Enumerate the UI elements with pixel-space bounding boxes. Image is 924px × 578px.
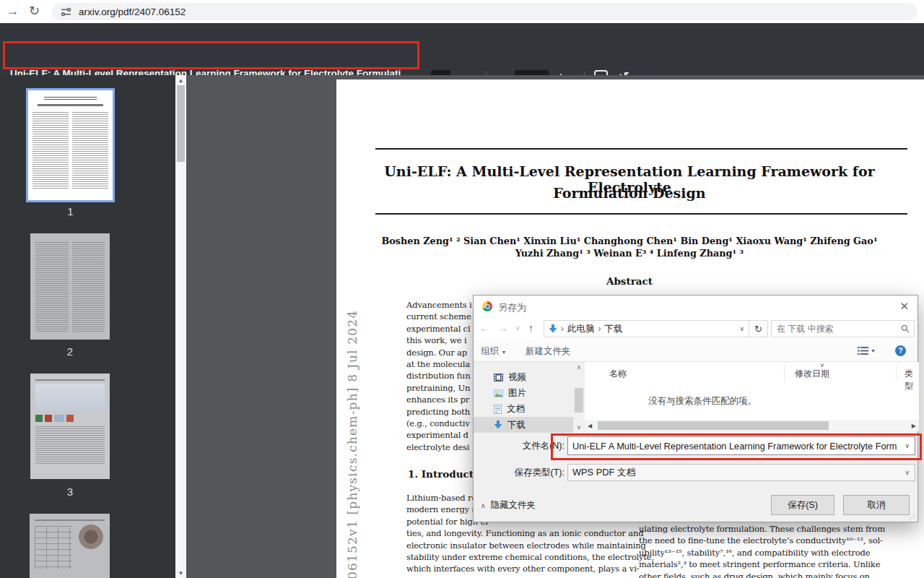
search-input[interactable]	[777, 324, 901, 334]
savetype-label: 保存类型(T):	[502, 467, 565, 479]
scrollbar-thumb[interactable]	[575, 388, 583, 413]
chrome-logo-icon	[482, 301, 492, 311]
thumbnail-page-3[interactable]	[30, 374, 110, 479]
video-icon	[494, 374, 503, 381]
column-header-date[interactable]: 修改日期	[795, 368, 829, 380]
browser-toolbar: → ↻ arxiv.org/pdf/2407.06152	[0, 0, 924, 23]
filename-input[interactable]	[572, 441, 905, 452]
filename-dropdown-icon[interactable]: ∨	[905, 442, 910, 449]
new-folder-button[interactable]: 新建文件夹	[526, 345, 571, 358]
screen: → ↻ arxiv.org/pdf/2407.06152 Uni-ELF: A …	[0, 0, 924, 578]
download-icon	[494, 420, 502, 430]
nav-item-videos[interactable]: 视频	[474, 369, 573, 385]
breadcrumb-dropdown-icon[interactable]: ∨	[739, 325, 744, 332]
list-view-icon	[858, 347, 868, 355]
thumbnail-page-2[interactable]	[30, 233, 110, 340]
file-list-pane: 名称 ∨ 修改日期 类型 没有与搜索条件匹配的项。 ◀ ▶	[585, 362, 919, 431]
breadcrumb-downloads[interactable]: 下载	[605, 323, 623, 335]
save-as-dialog: 另存为 ✕ ← → ∨ ↑ › 此电脑 › 下载 ∨ ↻	[473, 295, 918, 522]
breadcrumb[interactable]: › 此电脑 › 下载 ∨	[544, 320, 749, 337]
save-button[interactable]: 保存(S)	[771, 495, 834, 515]
filename-label: 文件名(N):	[502, 440, 565, 452]
history-dropdown-icon[interactable]: ∨	[515, 324, 520, 332]
forward-arrow-icon[interactable]: →	[498, 322, 508, 334]
thumbnail-label-1: 1	[26, 205, 115, 217]
dialog-titlebar[interactable]: 另存为 ✕	[474, 296, 918, 317]
title-rule-bottom	[375, 213, 907, 215]
thumbnail-page-1[interactable]	[26, 88, 115, 202]
empty-list-message: 没有与搜索条件匹配的项。	[648, 395, 757, 407]
resize-grip[interactable]: ⋰	[909, 514, 915, 521]
column-header-type[interactable]: 类型	[905, 368, 919, 392]
scroll-up-icon[interactable]: ∧	[573, 364, 585, 371]
nav-pane-scrollbar[interactable]: ∧ ∨	[573, 362, 585, 433]
nav-item-pictures[interactable]: 图片	[474, 385, 573, 401]
refresh-button[interactable]: ↻	[749, 320, 768, 337]
thumbnail-label-2: 2	[30, 345, 110, 358]
up-arrow-icon[interactable]: ↑	[528, 322, 533, 334]
back-arrow-icon[interactable]: ←	[479, 322, 489, 334]
scroll-right-icon[interactable]: ▶	[912, 423, 916, 429]
cancel-button[interactable]: 取消	[843, 495, 910, 515]
site-settings-icon[interactable]	[61, 7, 71, 17]
thumbnail-label-3: 3	[30, 486, 110, 498]
forward-arrow-icon[interactable]: →	[6, 4, 19, 18]
authors-line2: Yuzhi Zhang¹ ³ Weinan E³ ⁴ Linfeng Zhang…	[341, 248, 918, 259]
dialog-title: 另存为	[498, 301, 526, 314]
scrollbar-thumb[interactable]	[598, 421, 829, 430]
search-box[interactable]	[771, 320, 915, 337]
scroll-down-icon[interactable]: ▼	[175, 570, 186, 577]
dialog-navigation-row: ← → ∨ ↑ › 此电脑 › 下载 ∨ ↻	[474, 317, 918, 340]
help-button[interactable]: ?	[895, 345, 906, 356]
reload-icon[interactable]: ↻	[29, 4, 40, 18]
title-rule-top	[375, 148, 907, 150]
collapse-icon: ∧	[481, 502, 486, 509]
list-horizontal-scrollbar[interactable]: ◀ ▶	[585, 420, 919, 431]
breadcrumb-chevron: ›	[595, 324, 605, 334]
abstract-heading: Abstract	[341, 275, 918, 287]
close-icon[interactable]: ✕	[899, 300, 909, 313]
downloads-folder-icon	[549, 324, 557, 334]
picture-icon	[494, 389, 503, 397]
refresh-icon: ↻	[754, 324, 762, 335]
arxiv-watermark: 06152v1 [physics.chem-ph] 8 Jul 2024	[345, 310, 359, 578]
savetype-select[interactable]: WPS PDF 文档 ∨	[567, 464, 915, 481]
annotation-title-highlight	[3, 41, 419, 69]
pdf-toolbar: Uni-ELF: A Multi-Level Representation Le…	[0, 23, 924, 75]
address-bar[interactable]: arxiv.org/pdf/2407.06152	[52, 3, 917, 20]
abstract-text: Advancements i current scheme experiment…	[406, 299, 472, 453]
thumbnail-page-4[interactable]	[30, 514, 110, 578]
savetype-value: WPS PDF 文档	[572, 467, 635, 479]
scroll-up-icon[interactable]: ▲	[175, 77, 186, 84]
filename-field[interactable]: ∨	[567, 436, 915, 455]
breadcrumb-chevron: ›	[557, 324, 567, 334]
sidebar-scrollbar[interactable]: ▲ ▼	[175, 75, 186, 578]
scroll-down-icon[interactable]: ∨	[573, 424, 585, 431]
dialog-nav-pane: 视频 图片 文档 下载	[474, 365, 573, 433]
breadcrumb-this-pc[interactable]: 此电脑	[567, 323, 595, 335]
document-icon	[494, 405, 502, 414]
organize-button[interactable]: 组织 ▼	[481, 345, 506, 358]
scrollbar-thumb[interactable]	[177, 85, 185, 162]
view-options-button[interactable]: ▼	[858, 347, 876, 355]
paper-title-line2: Formulation Design	[341, 185, 918, 201]
scroll-left-icon[interactable]: ◀	[588, 423, 592, 429]
search-icon	[901, 324, 910, 333]
nav-item-downloads[interactable]: 下载	[474, 417, 573, 433]
nav-item-documents[interactable]: 文档	[474, 401, 573, 417]
column-header-name[interactable]: 名称	[609, 368, 627, 380]
thumbnail-sidebar: 1 2 3	[0, 75, 175, 578]
url-text: arxiv.org/pdf/2407.06152	[79, 7, 186, 17]
savetype-dropdown-icon[interactable]: ∨	[905, 469, 910, 476]
authors-line1: Boshen Zeng¹ ² Sian Chen¹ Xinxin Liu¹ Ch…	[341, 236, 918, 246]
intro-right-column: ulating electrolyte formulation. These c…	[639, 523, 885, 578]
hide-folders-button[interactable]: ∧ 隐藏文件夹	[481, 499, 536, 512]
column-divider[interactable]	[896, 365, 897, 381]
dialog-command-bar: 组织 ▼ 新建文件夹 ▼ ?	[474, 340, 918, 362]
column-divider[interactable]	[784, 365, 785, 381]
